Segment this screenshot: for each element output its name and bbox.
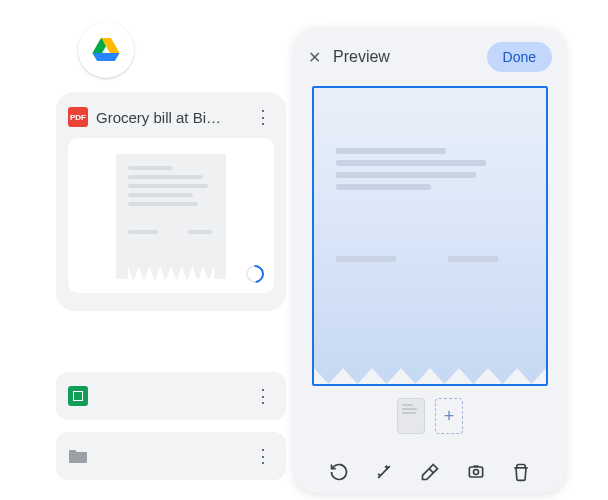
auto-enhance-icon[interactable] xyxy=(373,461,395,483)
receipt-teeth xyxy=(314,368,546,384)
close-button[interactable]: ✕ xyxy=(308,48,321,67)
file-title[interactable]: Grocery bill at Bi… xyxy=(96,109,244,126)
crop-icon[interactable] xyxy=(465,461,487,483)
preview-panel: ✕ Preview Done + xyxy=(294,28,566,493)
preview-header: ✕ Preview Done xyxy=(294,28,566,82)
svg-rect-5 xyxy=(469,467,482,477)
list-item[interactable]: ⋮ xyxy=(56,372,286,420)
erase-icon[interactable] xyxy=(419,461,441,483)
receipt-teeth xyxy=(128,266,214,282)
page-thumbnail[interactable] xyxy=(397,398,425,434)
file-thumbnail[interactable] xyxy=(68,138,274,293)
done-button[interactable]: Done xyxy=(487,42,552,72)
more-button[interactable]: ⋮ xyxy=(252,385,274,407)
scan-page-preview[interactable] xyxy=(312,86,548,386)
file-card: PDF Grocery bill at Bi… ⋮ xyxy=(56,92,286,311)
receipt-graphic xyxy=(116,154,226,279)
list-item[interactable]: ⋮ xyxy=(56,432,286,480)
drive-logo xyxy=(78,22,134,78)
pdf-badge-icon: PDF xyxy=(68,107,88,127)
loading-spinner-icon xyxy=(246,265,264,283)
retake-icon[interactable] xyxy=(328,461,350,483)
svg-marker-4 xyxy=(93,53,120,61)
preview-title: Preview xyxy=(333,48,475,66)
svg-rect-7 xyxy=(473,465,478,467)
file-header: PDF Grocery bill at Bi… ⋮ xyxy=(68,106,274,128)
more-button[interactable]: ⋮ xyxy=(252,106,274,128)
more-button[interactable]: ⋮ xyxy=(252,445,274,467)
add-page-button[interactable]: + xyxy=(435,398,463,434)
svg-point-6 xyxy=(473,470,478,475)
sheets-icon xyxy=(68,386,88,406)
delete-icon[interactable] xyxy=(510,461,532,483)
page-thumbnails: + xyxy=(294,398,566,434)
preview-toolbar xyxy=(294,447,566,493)
drive-icon xyxy=(92,37,120,63)
folder-icon xyxy=(68,448,88,464)
